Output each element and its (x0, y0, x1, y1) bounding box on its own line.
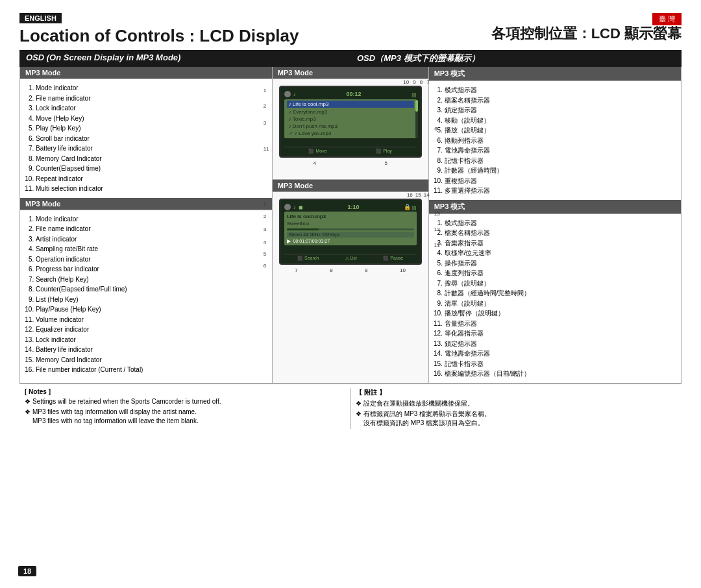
lcd-bottom-right-labels: 13 12 11 (434, 212, 440, 248)
bullet-icon: ❖ (356, 410, 362, 428)
list-item: 清單（說明鍵） (445, 299, 676, 309)
list-item: 模式指示器 (445, 218, 676, 228)
list-item: 取樣率/位元速率 (445, 248, 676, 258)
notes-en-item-1: ❖ Settings will be retained when the Spo… (25, 397, 345, 406)
notes-cn: 【 附註 】 ❖ 設定會在運動攝錄放影機關機後保留。 ❖ 有標籤資訊的 MP3 … (350, 388, 676, 429)
list-item: 音量指示器 (445, 319, 676, 329)
mp3-top-cn-section: MP3 模式 模式指示器 檔案名稱指示器 鎖定指示器 移動（說明鍵） 播放（說明… (429, 67, 681, 200)
list-item: Scroll bar indicator (36, 134, 267, 144)
lcd-bottom-left-labels: 1 2 3 4 5 6 (264, 201, 266, 269)
list-item: Equalizer indicator (36, 325, 267, 335)
list-item: Sampling rate/Bit rate (36, 244, 267, 254)
list-item: List (Help Key) (36, 295, 267, 305)
mp3-top-en-list: Mode indicator File name indicator Lock … (20, 79, 272, 198)
list-item: Artist indicator (36, 234, 267, 245)
mp3-bottom-en-header: MP3 Mode (20, 198, 272, 210)
lcd-center: MP3 Mode 1 2 3 11 10987 6 (273, 67, 429, 383)
osd-header-en: OSD (On Screen Display in MP3 Mode) (19, 50, 350, 67)
page: ENGLISH Location of Controls : LCD Displ… (0, 0, 701, 588)
list-item: Move (Help Key) (36, 114, 267, 124)
notes-cn-item-1: ❖ 設定會在運動攝錄放影機關機後保留。 (356, 399, 676, 408)
list-item: 檔案名稱指示器 (445, 228, 676, 238)
lcd-top-screen: ♪ Life is cool.mp3 ♪ Everytime.mp3 ♪ Tox… (284, 99, 417, 138)
list-item: 模式指示器 (445, 85, 676, 95)
list-item: 記憶卡指示器 (445, 359, 676, 369)
list-item: 計數器（經過時間） (445, 165, 676, 176)
lcd-top-left-labels: 1 2 3 11 (264, 88, 269, 152)
lcd-top-right-labels-top: 10987 (403, 79, 429, 85)
list-item: Play/Pause (Help Key) (36, 304, 267, 315)
list-item: Counter(Elapsed time/Full time) (36, 284, 267, 295)
list-item: 計數器（經過時間/完整時間） (445, 288, 676, 299)
lcd-top-box: ♪ 00:12 |||| ♪ Life is cool.mp3 ♪ Everyt… (279, 86, 422, 158)
list-item: Volume indicator (36, 315, 267, 325)
list-item: 多重選擇指示器 (445, 186, 676, 196)
notes-section: [ Notes ] ❖ Settings will be retained wh… (19, 384, 682, 433)
notes-cn-text-2: 有標籤資訊的 MP3 檔案將顯示音樂家名稱。沒有標籤資訊的 MP3 檔案該項目為… (363, 410, 491, 428)
list-item: 等化器指示器 (445, 328, 676, 339)
list-item: File name indicator (36, 224, 267, 234)
list-item: Battery life indicator (36, 143, 267, 154)
notes-en-title: [ Notes ] (25, 388, 345, 395)
lcd-top-bottom-labels: 45 (279, 160, 422, 166)
list-item: Multi selection indicator (36, 184, 267, 194)
bullet-icon: ❖ (25, 397, 31, 406)
list-item: 進度列指示器 (445, 268, 676, 278)
list-item: Lock indicator (36, 103, 267, 114)
list-item: 移動（說明鍵） (445, 116, 676, 126)
notes-en-item-2: ❖ MP3 files with tag information will di… (25, 408, 345, 426)
mp3-bottom-en-list: Mode indicator File name indicator Artis… (20, 210, 272, 379)
notes-cn-text-1: 設定會在運動攝錄放影機關機後保留。 (363, 399, 474, 408)
list-item: 音樂家指示器 (445, 238, 676, 249)
taiwan-badge: 臺 灣 (652, 13, 682, 25)
top-section-right: MP3 模式 模式指示器 檔案名稱指示器 鎖定指示器 移動（說明鍵） 播放（說明… (429, 67, 681, 383)
list-item: 播放（說明鍵） (445, 125, 676, 136)
list-item: 重複指示器 (445, 176, 676, 186)
lcd-bottom-wrapper: 1 2 3 4 5 6 161514 13 12 11 (273, 199, 428, 273)
list-item: Mode indicator (36, 83, 267, 93)
list-item: 鎖定指示器 (445, 105, 676, 116)
list-item: 搜尋（說明鍵） (445, 278, 676, 289)
mp3-bottom-cn-header: MP3 模式 (429, 200, 681, 214)
list-item: 記憶卡指示器 (445, 156, 676, 166)
list-item: File number indicator (Current / Total) (36, 365, 267, 375)
list-item: Lock indicator (36, 335, 267, 345)
lcd-top-wrapper: 1 2 3 11 10987 6 ♪ (273, 86, 428, 166)
page-number: 18 (18, 566, 36, 576)
list-item: Repeat indicator (36, 174, 267, 184)
list-item: Battery life indicator (36, 345, 267, 355)
notes-en: [ Notes ] ❖ Settings will be retained wh… (25, 388, 350, 429)
lcd-top-right-label-6: 6 (434, 126, 437, 132)
mp3-top-en-header: MP3 Mode (20, 67, 272, 79)
lcd-bottom-screen: Life is cool.mp3 Sweetbox Stereo 44.1KHz… (284, 212, 417, 245)
list-item: 檔案編號指示器（目前/總計） (445, 369, 676, 379)
list-item: 電池壽命指示器 (445, 349, 676, 359)
mp3-bottom-en-section: MP3 Mode Mode indicator File name indica… (20, 198, 272, 379)
list-item: 檔案名稱指示器 (445, 95, 676, 106)
bullet-icon: ❖ (356, 399, 362, 408)
mp3-top-en-section: MP3 Mode Mode indicator File name indica… (20, 67, 272, 198)
mp3-top-cn-header: MP3 模式 (429, 67, 681, 81)
list-item: 鎖定指示器 (445, 339, 676, 349)
list-item: Search (Help Key) (36, 275, 267, 285)
lcd-bottom-box: ♪ ◼ 1:10 🔒 |||| Life is cool.mp3 Sweetbo… (279, 199, 422, 265)
header: ENGLISH Location of Controls : LCD Displ… (19, 13, 682, 46)
list-item: Memory Card Indicator (36, 355, 267, 365)
list-item: 捲動列指示器 (445, 136, 676, 146)
list-item: Progress bar indicator (36, 264, 267, 275)
mp3-lcd-top-header: MP3 Mode (273, 67, 428, 79)
list-item: Memory Card Indicator (36, 154, 267, 164)
osd-header-cn: OSD（MP3 模式下的螢幕顯示） (350, 50, 682, 67)
list-item: 電池壽命指示器 (445, 145, 676, 156)
main-content: MP3 Mode Mode indicator File name indica… (19, 67, 682, 384)
notes-en-text-1: Settings will be retained when the Sport… (32, 397, 221, 406)
list-item: 操作指示器 (445, 258, 676, 269)
list-item: File name indicator (36, 93, 267, 104)
mp3-bottom-cn-list: 模式指示器 檔案名稱指示器 音樂家指示器 取樣率/位元速率 操作指示器 進度列指… (429, 214, 681, 383)
lcd-bottom-bottom-labels: 78910 (279, 267, 422, 273)
notes-cn-item-2: ❖ 有標籤資訊的 MP3 檔案將顯示音樂家名稱。沒有標籤資訊的 MP3 檔案該項… (356, 410, 676, 428)
mp3-bottom-cn-section: MP3 模式 模式指示器 檔案名稱指示器 音樂家指示器 取樣率/位元速率 操作指… (429, 200, 681, 383)
main-title-cn: 各項控制位置：LCD 顯示螢幕 (491, 25, 682, 42)
notes-en-text-2: MP3 files with tag information will disp… (32, 408, 199, 426)
osd-section-headers: OSD (On Screen Display in MP3 Mode) OSD（… (19, 50, 682, 67)
